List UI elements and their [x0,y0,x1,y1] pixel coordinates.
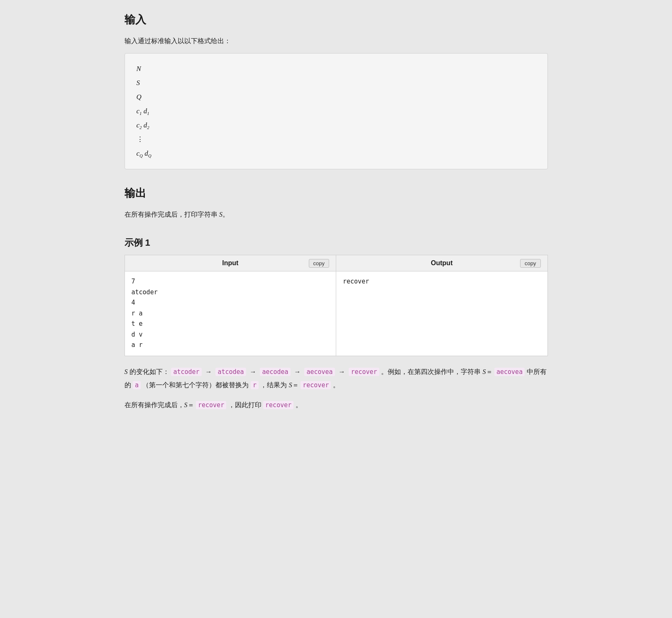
format-line-N: N [137,62,536,76]
input-copy-button[interactable]: copy [309,259,329,268]
output-title: 输出 [125,186,548,200]
recover-highlight-2: recover [196,401,226,409]
explanation-paragraph-1: S 的变化如下： atcoder → atcodea → aecodea → a… [125,365,548,392]
input-title: 输入 [125,12,548,27]
step4-code: aecovea [304,368,335,376]
aecovea-highlight: aecovea [494,368,525,376]
recover-highlight-3: recover [263,401,293,409]
recover-highlight-1: recover [301,381,331,389]
step1-code: atcoder [171,368,201,376]
input-description: 输入通过标准输入以以下格式给出： [125,35,548,46]
output-description: 在所有操作完成后，打印字符串 S。 [125,209,548,220]
step5-code: recover [349,368,379,376]
format-line-vdots: ⋮ [137,132,536,147]
format-line-c1d1: c1 d1 [137,104,536,118]
output-column-header: Output copy [336,255,548,271]
input-column-header: Input copy [125,255,336,271]
example-section: 示例 1 Input copy Output copy [125,237,548,412]
format-line-Q: Q [137,90,536,104]
example-table: Input copy Output copy 7 atcoder 4 r a t… [125,255,548,356]
format-line-S: S [137,76,536,90]
format-line-cQdQ: cQ dQ [137,147,536,161]
step2-code: atcodea [215,368,246,376]
step3-code: aecodea [260,368,290,376]
a-highlight: a [133,381,141,389]
input-format-box: N S Q c1 d1 c2 d2 ⋮ cQ dQ [125,53,548,169]
explanation-paragraph-2: 在所有操作完成后，S＝ recover ，因此打印 recover 。 [125,398,548,412]
r-highlight: r [251,381,259,389]
input-section: 输入 输入通过标准输入以以下格式给出： N S Q c1 d1 c2 d2 ⋮ … [125,12,548,169]
output-copy-button[interactable]: copy [520,259,540,268]
input-cell: 7 atcoder 4 r a t e d v a r [125,271,336,356]
output-section: 输出 在所有操作完成后，打印字符串 S。 [125,186,548,220]
table-row: 7 atcoder 4 r a t e d v a r recover [125,271,547,356]
example-title: 示例 1 [125,237,548,249]
format-line-c2d2: c2 d2 [137,118,536,132]
output-cell: recover [336,271,548,356]
